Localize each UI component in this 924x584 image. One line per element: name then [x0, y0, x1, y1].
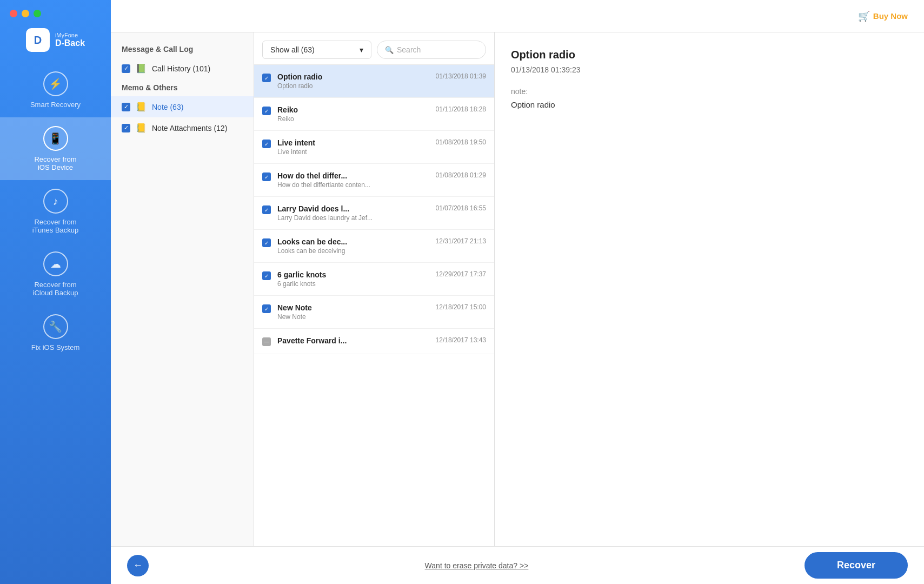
list-panel: Show all (63) ▾ 🔍 Search Option radio Op…	[254, 32, 495, 546]
recover-ios-icon: 📱	[43, 126, 68, 151]
item-3-checkbox[interactable]	[262, 140, 271, 148]
list-item[interactable]: Option radio Option radio 01/13/2018 01:…	[254, 65, 494, 98]
search-icon: 🔍	[385, 46, 394, 54]
sidebar-item-recover-icloud[interactable]: ☁ Recover fromiCloud Backup	[0, 243, 111, 306]
item-5-checkbox[interactable]	[262, 205, 271, 214]
item-1-checkbox[interactable]	[262, 74, 271, 82]
item-6-checkbox[interactable]	[262, 238, 271, 247]
sidebar: D iMyFone D-Back ⚡ Smart Recovery 📱 Reco…	[0, 0, 111, 584]
detail-note-label: note:	[511, 87, 908, 96]
call-history-item[interactable]: 📗 Call History (101)	[111, 58, 254, 79]
sidebar-item-recover-ios[interactable]: 📱 Recover fromiOS Device	[0, 117, 111, 180]
sidebar-item-recover-itunes[interactable]: ♪ Recover fromiTunes Backup	[0, 180, 111, 243]
minimize-button[interactable]	[22, 10, 29, 17]
detail-title: Option radio	[511, 49, 908, 61]
recover-itunes-icon: ♪	[43, 189, 68, 214]
sidebar-item-smart-recovery[interactable]: ⚡ Smart Recovery	[0, 63, 111, 117]
note-item[interactable]: 📒 Note (63)	[111, 96, 254, 117]
traffic-lights	[0, 0, 41, 23]
detail-date: 01/13/2018 01:39:23	[511, 65, 908, 74]
item-4-checkbox[interactable]	[262, 172, 271, 181]
list-header: Show all (63) ▾ 🔍 Search	[254, 32, 494, 65]
categories-panel: Message & Call Log 📗 Call History (101) …	[111, 32, 254, 546]
erase-link[interactable]: Want to erase private data? >>	[425, 561, 529, 570]
message-call-log-group-title: Message & Call Log	[111, 41, 254, 58]
list-item[interactable]: Live intent Live intent 01/08/2018 19:50	[254, 131, 494, 164]
recover-button[interactable]: Recover	[805, 552, 908, 579]
list-item[interactable]: Pavette Forward i... 12/18/2017 13:43	[254, 329, 494, 354]
sidebar-item-fix-ios[interactable]: 🔧 Fix iOS System	[0, 306, 111, 360]
note-attachments-item[interactable]: 📒 Note Attachments (12)	[111, 117, 254, 138]
cart-icon: 🛒	[858, 10, 870, 22]
item-8-checkbox[interactable]	[262, 304, 271, 313]
notes-list: Option radio Option radio 01/13/2018 01:…	[254, 65, 494, 546]
main-area: 🛒 Buy Now Message & Call Log 📗 Call Hist…	[111, 0, 924, 584]
fix-ios-icon: 🔧	[43, 314, 68, 339]
detail-note-body: Option radio	[511, 100, 908, 109]
list-item[interactable]: Larry David does l... Larry David does l…	[254, 197, 494, 230]
list-item[interactable]: Reiko Reiko 01/11/2018 18:28	[254, 98, 494, 131]
detail-panel: Option radio 01/13/2018 01:39:23 note: O…	[495, 32, 924, 546]
chevron-down-icon: ▾	[360, 45, 363, 54]
list-item[interactable]: 6 garlic knots 6 garlic knots 12/29/2017…	[254, 263, 494, 296]
topbar: 🛒 Buy Now	[111, 0, 924, 32]
memo-others-group-title: Memo & Others	[111, 79, 254, 96]
list-item[interactable]: New Note New Note 12/18/2017 15:00	[254, 296, 494, 329]
list-item[interactable]: Looks can be dec... Looks can be deceivi…	[254, 230, 494, 263]
bottom-bar: ← Want to erase private data? >> Recover	[111, 546, 924, 584]
back-button[interactable]: ←	[127, 555, 149, 576]
filter-dropdown[interactable]: Show all (63) ▾	[262, 41, 371, 59]
logo-area: D iMyFone D-Back	[26, 28, 85, 52]
smart-recovery-icon: ⚡	[43, 71, 68, 96]
note-attachments-checkbox[interactable]	[122, 124, 130, 132]
logo-icon: D	[26, 28, 50, 52]
item-9-checkbox[interactable]	[262, 337, 271, 346]
buy-now-button[interactable]: 🛒 Buy Now	[858, 10, 908, 22]
item-7-checkbox[interactable]	[262, 271, 271, 280]
content-area: Message & Call Log 📗 Call History (101) …	[111, 32, 924, 546]
logo-text: iMyFone D-Back	[55, 32, 85, 48]
maximize-button[interactable]	[34, 10, 41, 17]
list-item[interactable]: How do thel differ... How do thel differ…	[254, 164, 494, 197]
close-button[interactable]	[10, 10, 17, 17]
note-checkbox[interactable]	[122, 103, 130, 111]
call-history-checkbox[interactable]	[122, 64, 130, 73]
recover-icloud-icon: ☁	[43, 251, 68, 276]
item-2-checkbox[interactable]	[262, 107, 271, 115]
search-box[interactable]: 🔍 Search	[377, 41, 486, 59]
